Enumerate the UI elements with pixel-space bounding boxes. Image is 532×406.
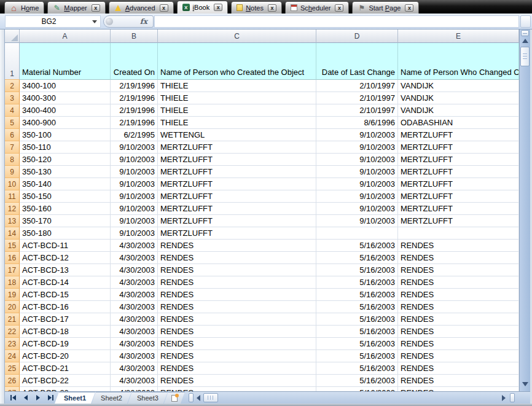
formula-input[interactable] — [154, 15, 519, 28]
column-header-A[interactable]: A — [20, 29, 111, 43]
cell-D12[interactable]: 9/10/2003 — [316, 203, 398, 215]
cell-B23[interactable]: 4/30/2003 — [111, 338, 158, 350]
cell-C9[interactable]: MERTZLUFFT — [158, 166, 316, 178]
cell-C13[interactable]: MERTZLUFFT — [158, 215, 316, 227]
cell-D20[interactable]: 5/16/2003 — [316, 301, 398, 313]
vertical-scrollbar-thumb[interactable] — [520, 47, 530, 66]
cell-A23[interactable]: ACT-BCD-19 — [20, 338, 111, 350]
cell-B11[interactable]: 9/10/2003 — [111, 190, 158, 203]
cell-E10[interactable]: MERTZLUFFT — [398, 178, 519, 190]
vertical-scrollbar[interactable] — [519, 29, 530, 391]
cell-A17[interactable]: ACT-BCD-13 — [20, 264, 111, 276]
row-header-26[interactable]: 26 — [5, 375, 20, 387]
cell-D6[interactable]: 9/10/2003 — [316, 129, 398, 141]
row-header-9[interactable]: 9 — [5, 166, 20, 178]
cell-E27[interactable]: RENDES — [398, 387, 519, 391]
cell-C19[interactable]: RENDES — [158, 289, 316, 301]
cell-B10[interactable]: 9/10/2003 — [111, 178, 158, 190]
cell-C4[interactable]: THIELE — [158, 104, 316, 117]
cell-C11[interactable]: MERTZLUFFT — [158, 190, 316, 203]
cell-D25[interactable]: 5/16/2003 — [316, 362, 398, 375]
row-header-7[interactable]: 7 — [5, 141, 20, 154]
cell-D1[interactable]: Date of Last Change — [316, 43, 398, 80]
close-tab-icon[interactable]: x — [214, 4, 222, 11]
cell-E23[interactable]: RENDES — [398, 338, 519, 350]
cell-C2[interactable]: THIELE — [158, 80, 316, 92]
cell-E13[interactable]: MERTZLUFFT — [398, 215, 519, 227]
insert-function-button[interactable]: fx — [103, 15, 154, 28]
sheet-tab-sheet2[interactable]: Sheet2 — [92, 392, 131, 404]
row-header-12[interactable]: 12 — [5, 203, 20, 215]
cell-A3[interactable]: 3400-300 — [20, 92, 111, 104]
cell-B20[interactable]: 4/30/2003 — [111, 301, 158, 313]
horizontal-scrollbar-thumb[interactable] — [203, 393, 218, 402]
cell-A26[interactable]: ACT-BCD-22 — [20, 375, 111, 387]
scroll-left-icon[interactable] — [197, 395, 200, 401]
cell-E14[interactable] — [398, 227, 519, 240]
cell-D23[interactable]: 5/16/2003 — [316, 338, 398, 350]
cell-D17[interactable]: 5/16/2003 — [316, 264, 398, 276]
first-sheet-button[interactable] — [8, 393, 18, 402]
cell-A4[interactable]: 3400-400 — [20, 104, 111, 117]
row-header-10[interactable]: 10 — [5, 178, 20, 190]
cell-D5[interactable]: 8/6/1996 — [316, 117, 398, 129]
cell-B9[interactable]: 9/10/2003 — [111, 166, 158, 178]
row-header-22[interactable]: 22 — [5, 326, 20, 338]
cell-D10[interactable]: 9/10/2003 — [316, 178, 398, 190]
row-header-8[interactable]: 8 — [5, 154, 20, 166]
row-header-21[interactable]: 21 — [5, 313, 20, 326]
cell-B21[interactable]: 4/30/2003 — [111, 313, 158, 326]
cell-A27[interactable]: ACT-BCD-23 — [20, 387, 111, 391]
next-sheet-button[interactable] — [33, 393, 43, 402]
cell-B1[interactable]: Created On — [111, 43, 158, 80]
cell-D16[interactable]: 5/16/2003 — [316, 252, 398, 264]
cell-E4[interactable]: VANDIJK — [398, 104, 519, 117]
cell-A5[interactable]: 3400-900 — [20, 117, 111, 129]
row-header-5[interactable]: 5 — [5, 117, 20, 129]
cell-B25[interactable]: 4/30/2003 — [111, 362, 158, 375]
cell-A19[interactable]: ACT-BCD-15 — [20, 289, 111, 301]
cell-D18[interactable]: 5/16/2003 — [316, 276, 398, 289]
cell-A20[interactable]: ACT-BCD-16 — [20, 301, 111, 313]
cell-D22[interactable]: 5/16/2003 — [316, 326, 398, 338]
cell-E25[interactable]: RENDES — [398, 362, 519, 375]
cell-C12[interactable]: MERTZLUFFT — [158, 203, 316, 215]
cell-A9[interactable]: 350-130 — [20, 166, 111, 178]
app-tab-notes[interactable]: Notesx — [231, 1, 282, 14]
cell-C3[interactable]: THIELE — [158, 92, 316, 104]
app-tab-mapper[interactable]: Mapperx — [47, 1, 105, 14]
cell-A2[interactable]: 3400-100 — [20, 80, 111, 92]
select-all-corner[interactable] — [5, 29, 20, 43]
cell-B15[interactable]: 4/30/2003 — [111, 240, 158, 252]
cell-B17[interactable]: 4/30/2003 — [111, 264, 158, 276]
cell-B27[interactable]: 4/30/2003 — [111, 387, 158, 391]
cell-C1[interactable]: Name of Person who Created the Object — [158, 43, 316, 80]
cell-D3[interactable]: 2/10/1997 — [316, 92, 398, 104]
cell-A12[interactable]: 350-160 — [20, 203, 111, 215]
cell-A21[interactable]: ACT-BCD-17 — [20, 313, 111, 326]
cell-A15[interactable]: ACT-BCD-11 — [20, 240, 111, 252]
column-header-E[interactable]: E — [398, 29, 519, 43]
row-header-19[interactable]: 19 — [5, 289, 20, 301]
cell-B5[interactable]: 2/19/1996 — [111, 117, 158, 129]
cell-A6[interactable]: 350-100 — [20, 129, 111, 141]
row-header-16[interactable]: 16 — [5, 252, 20, 264]
cell-C27[interactable]: RENDES — [158, 387, 316, 391]
cell-E5[interactable]: ODABASHIAN — [398, 117, 519, 129]
cell-D15[interactable]: 5/16/2003 — [316, 240, 398, 252]
cell-D13[interactable]: 9/10/2003 — [316, 215, 398, 227]
cell-A10[interactable]: 350-140 — [20, 178, 111, 190]
cell-E15[interactable]: RENDES — [398, 240, 519, 252]
cell-E6[interactable]: MERTZLUFFT — [398, 129, 519, 141]
cell-E17[interactable]: RENDES — [398, 264, 519, 276]
cell-B12[interactable]: 9/10/2003 — [111, 203, 158, 215]
cell-C6[interactable]: WETTENGL — [158, 129, 316, 141]
row-header-23[interactable]: 23 — [5, 338, 20, 350]
cell-A8[interactable]: 350-120 — [20, 154, 111, 166]
scroll-up-icon[interactable] — [522, 39, 528, 43]
cell-A14[interactable]: 350-180 — [20, 227, 111, 240]
cell-E9[interactable]: MERTZLUFFT — [398, 166, 519, 178]
cell-A25[interactable]: ACT-BCD-21 — [20, 362, 111, 375]
cell-E24[interactable]: RENDES — [398, 350, 519, 362]
cell-D7[interactable]: 9/10/2003 — [316, 141, 398, 154]
